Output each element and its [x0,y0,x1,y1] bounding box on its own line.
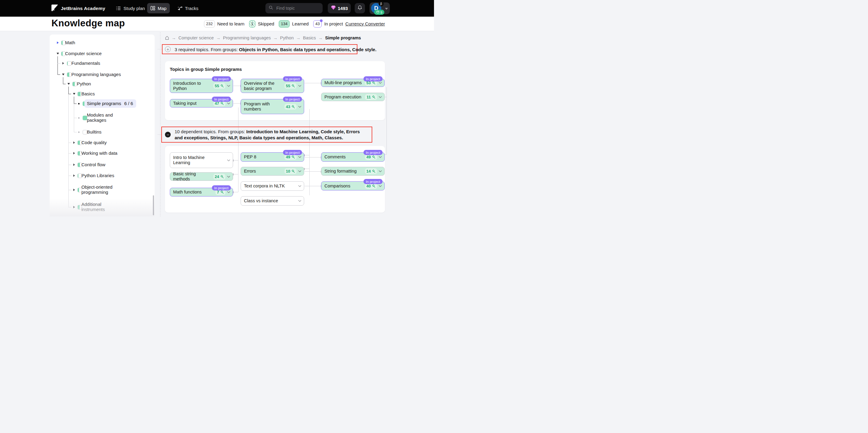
expand-arrow-icon[interactable] [62,74,64,76]
expand-arrow-icon[interactable] [73,93,75,95]
in-project-badge: In project [283,76,302,82]
connector-line [238,108,239,192]
collapse-required-button[interactable]: + [165,46,171,52]
collapse-arrow-icon[interactable] [62,62,64,64]
breadcrumb-item[interactable]: Computer science [179,35,214,40]
nav-study-plan[interactable]: Study plan [113,3,148,13]
tree-item-label: Modules and packages [87,113,124,123]
stat-in-project[interactable]: 43In projectCurrency Converter [313,20,385,28]
breadcrumb-arrow: → [172,35,176,40]
practice-count-value: 49 [367,155,371,159]
topic-card-program-with-numbers[interactable]: In projectProgram with numbers43 [241,99,304,114]
expand-arrow-icon[interactable] [57,53,59,55]
chevron-down-icon[interactable] [298,106,302,108]
connector-line [305,157,321,157]
collapse-arrow-icon[interactable] [73,141,75,144]
topic-card-math-functions[interactable]: In projectMath functions7 [170,188,233,197]
collapse-arrow-icon[interactable] [73,189,75,191]
chevron-down-icon[interactable] [298,170,302,172]
avatar-menu[interactable]: D β 9 [370,2,390,14]
home-icon[interactable] [165,36,169,40]
chevron-down-icon[interactable] [227,191,230,193]
brand[interactable]: JetBrains Academy [52,0,105,17]
tree-connector-tick [68,190,71,190]
breadcrumb-item[interactable]: Simple programs [325,35,361,40]
nav-map[interactable]: Map [147,3,170,13]
tree-connector-tick [74,118,77,118]
chevron-down-icon[interactable] [227,102,230,105]
topic-card-comparisons[interactable]: In projectComparisons40 [321,181,385,191]
notifications-button[interactable] [355,3,365,13]
collapse-arrow-icon[interactable] [57,41,59,44]
chevron-down-icon[interactable] [227,85,230,87]
stat-need-to-learn[interactable]: 232Need to learn [204,20,245,28]
breadcrumb-item[interactable]: Programming languages [223,35,271,40]
chevron-down-icon[interactable] [227,176,230,178]
chevron-down-icon[interactable] [379,170,382,172]
nav-tracks[interactable]: Tracks [174,3,202,13]
topic-card-label: Multi-line programs [324,80,362,85]
practice-hammer-icon [220,102,224,105]
page-title: Knowledge map [52,18,125,29]
chevron-down-icon[interactable] [298,85,302,87]
topic-card-pep-8[interactable]: In projectPEP 849 [241,152,304,162]
topic-card-intro-to-machine-learning[interactable]: Intro to Machine Learning [170,152,233,168]
topic-card-label: Program with numbers [244,102,274,112]
topic-card-comments[interactable]: In projectComments49 [321,152,385,162]
chevron-down-icon[interactable] [379,96,382,98]
topic-card-program-execution[interactable]: Program execution11 [321,93,385,101]
chevron-down-icon[interactable] [298,185,302,187]
topic-card-taking-input[interactable]: In projectTaking input47 [170,99,233,108]
knowledge-map-page: JetBrains Academy Study planMapTracks 14… [0,0,434,216]
collapse-dependent-button[interactable]: − [165,132,171,138]
chevron-down-icon[interactable] [298,200,302,202]
topic-card-class-vs-instance[interactable]: Class vs instance [241,196,304,206]
stat-skipped[interactable]: 1Skipped [249,20,274,28]
chevron-down-icon[interactable] [379,82,382,84]
tree-item-label: Additional instruments [82,202,118,212]
tree-connector-line [58,56,58,75]
in-project-dot [320,19,322,22]
project-link[interactable]: Currency Converter [345,21,385,26]
in-project-badge: In project [364,150,382,155]
topic-card-basic-string-methods[interactable]: Basic string methods24 [170,172,233,181]
tree-item-label: Computer science [65,51,102,56]
tree-bullet [78,117,80,119]
stat-learned[interactable]: 134Learned [279,20,309,28]
chevron-down-icon[interactable] [379,156,382,158]
topic-card-introduction-to-python[interactable]: In projectIntroduction to Python55 [170,79,233,93]
topic-card-multi-line-programs[interactable]: In projectMulti-line programs53 [321,79,385,87]
expand-arrow-icon[interactable] [67,83,70,85]
in-project-badge: In project [364,179,382,184]
practice-hammer-icon [220,175,224,179]
breadcrumb-item[interactable]: Python [280,35,293,40]
collapse-arrow-icon[interactable] [73,164,75,166]
sidebar-scrollbar[interactable] [153,195,154,215]
collapse-arrow-icon[interactable] [73,152,75,154]
chevron-down-icon[interactable] [298,156,302,158]
practice-hammer-icon [291,169,295,173]
progress-icon [72,82,77,86]
progress-icon [78,205,82,209]
breadcrumb-item[interactable]: Basics [303,35,316,40]
search-input[interactable] [276,5,316,11]
topic-card-overview-of-the-basic-program[interactable]: In projectOverview of the basic program5… [241,79,304,93]
stat-label: Need to learn [217,21,245,26]
collapse-arrow-icon[interactable] [73,206,75,208]
progress-count: 6 / 6 [124,101,133,106]
topic-card-string-formatting[interactable]: String formatting14 [321,167,385,176]
practice-count-value: 49 [286,155,290,159]
practice-count: 24 [213,174,225,179]
chevron-down-icon[interactable] [379,185,382,187]
in-project-badge: In project [283,150,302,155]
collapse-arrow-icon[interactable] [73,174,75,177]
gems-pill[interactable]: 1493 [328,3,351,13]
tree-bullet [78,103,80,105]
search-box[interactable] [266,3,322,13]
stat-label: Skipped [258,21,274,26]
topic-card-errors[interactable]: Errors10 [241,167,304,176]
topic-card-controls: 24 [213,174,230,179]
topic-card-text-corpora-in-nltk[interactable]: Text corpora in NLTK [241,181,304,191]
stat-badge: 134 [279,20,290,28]
chevron-down-icon[interactable] [227,159,230,162]
